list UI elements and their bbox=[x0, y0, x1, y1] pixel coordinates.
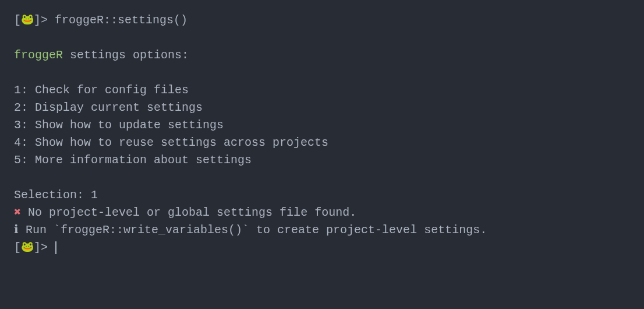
command-text: froggeR::settings() bbox=[55, 13, 187, 27]
option-5: 5: More information about settings bbox=[14, 152, 630, 169]
blank-line bbox=[14, 64, 630, 82]
info-text-before: Run ` bbox=[19, 223, 61, 237]
info-code: froggeR::write_variables() bbox=[61, 223, 242, 237]
option-3: 3: Show how to update settings bbox=[14, 117, 630, 134]
cursor[interactable] bbox=[55, 241, 56, 254]
option-2: 2: Display current settings bbox=[14, 99, 630, 117]
info-text-after: ` to create project-level settings. bbox=[242, 223, 487, 237]
prompt-line-2[interactable]: [🐸]> bbox=[14, 239, 630, 257]
prompt-line-1: [🐸]> froggeR::settings() bbox=[14, 12, 630, 29]
bracket-close: ]> bbox=[34, 241, 55, 254]
selection-line: Selection: 1 bbox=[14, 187, 630, 204]
blank-line bbox=[14, 169, 630, 187]
error-text: No project-level or global settings file… bbox=[21, 206, 356, 219]
bracket-close: ]> bbox=[34, 13, 55, 27]
settings-header: froggeR settings options: bbox=[14, 47, 630, 64]
bracket-open: [ bbox=[14, 241, 21, 254]
error-line: ✖ No project-level or global settings fi… bbox=[14, 204, 630, 222]
option-1: 1: Check for config files bbox=[14, 82, 630, 99]
frog-icon: 🐸 bbox=[21, 14, 34, 26]
package-name: froggeR bbox=[14, 48, 63, 62]
option-4: 4: Show how to reuse settings across pro… bbox=[14, 134, 630, 152]
info-line: ℹ Run `froggeR::write_variables()` to cr… bbox=[14, 222, 630, 239]
blank-line bbox=[14, 29, 630, 47]
bracket-open: [ bbox=[14, 13, 21, 27]
frog-icon: 🐸 bbox=[21, 241, 34, 253]
header-rest: settings options: bbox=[63, 48, 189, 62]
error-mark-icon: ✖ bbox=[14, 206, 21, 219]
info-mark-icon: ℹ bbox=[14, 223, 19, 237]
